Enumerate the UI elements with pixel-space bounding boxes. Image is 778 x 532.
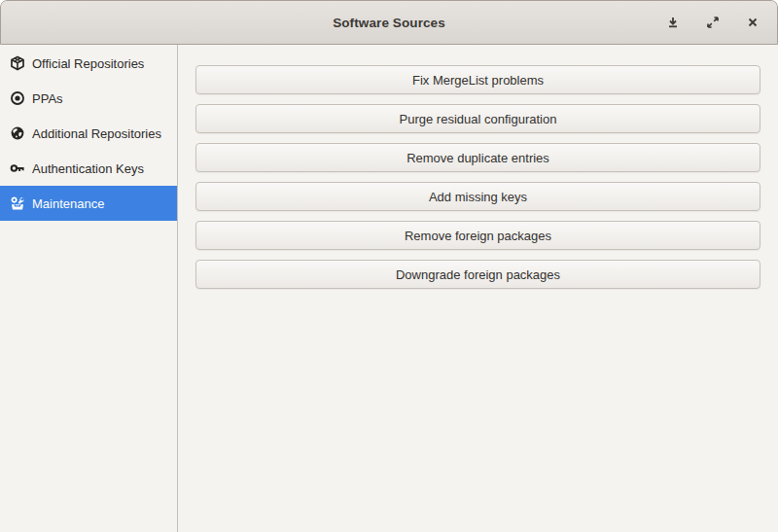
package-icon — [10, 55, 25, 71]
sidebar-item-official-repositories[interactable]: Official Repositories — [0, 46, 177, 81]
toolbox-icon — [10, 195, 25, 211]
software-sources-window: Software Sources — [0, 0, 778, 532]
add-missing-keys-button[interactable]: Add missing keys — [195, 182, 760, 211]
sidebar-item-authentication-keys[interactable]: Authentication Keys — [0, 151, 177, 186]
maximize-button[interactable] — [701, 11, 725, 34]
sidebar-item-label: Authentication Keys — [32, 161, 144, 176]
maintenance-panel: Fix MergeList problems Purge residual co… — [178, 45, 778, 532]
window-controls — [661, 1, 764, 44]
target-icon — [10, 90, 25, 106]
window-title: Software Sources — [333, 16, 445, 30]
globe-icon — [10, 125, 25, 141]
remove-duplicate-entries-button[interactable]: Remove duplicate entries — [195, 143, 760, 172]
sidebar-item-label: Additional Repositories — [32, 126, 161, 141]
app-body: Official Repositories PPAs — [0, 45, 778, 532]
purge-residual-configuration-button[interactable]: Purge residual configuration — [195, 104, 760, 133]
key-icon — [10, 160, 25, 176]
sidebar-item-ppas[interactable]: PPAs — [0, 81, 177, 116]
sidebar-item-label: PPAs — [32, 91, 63, 106]
close-icon — [747, 17, 759, 28]
sidebar: Official Repositories PPAs — [0, 45, 178, 532]
fix-mergelist-problems-button[interactable]: Fix MergeList problems — [195, 65, 760, 94]
minimize-icon — [666, 16, 680, 29]
close-button[interactable] — [741, 11, 764, 34]
downgrade-foreign-packages-button[interactable]: Downgrade foreign packages — [195, 260, 760, 289]
sidebar-item-label: Maintenance — [32, 196, 104, 211]
sidebar-item-label: Official Repositories — [32, 56, 144, 71]
minimize-button[interactable] — [661, 11, 685, 34]
sidebar-item-maintenance[interactable]: Maintenance — [0, 186, 177, 221]
sidebar-item-additional-repositories[interactable]: Additional Repositories — [0, 116, 177, 151]
remove-foreign-packages-button[interactable]: Remove foreign packages — [195, 221, 760, 250]
maximize-icon — [706, 16, 720, 29]
titlebar: Software Sources — [0, 0, 778, 45]
